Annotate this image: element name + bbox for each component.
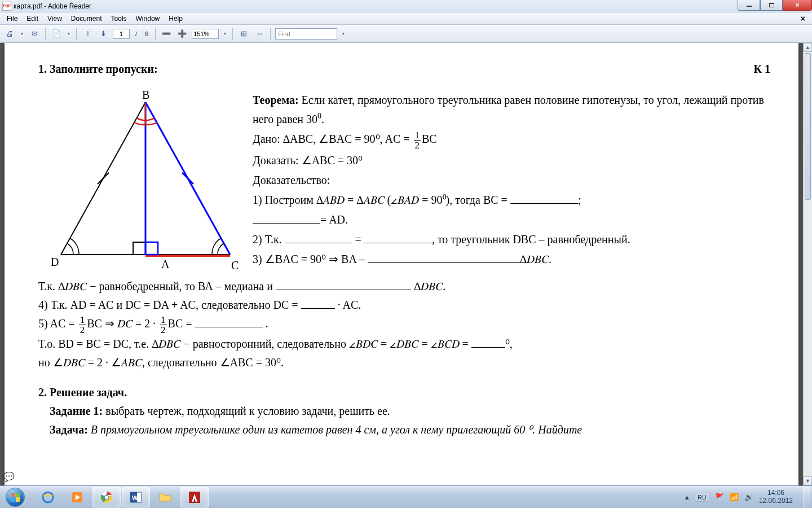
system-tray: ▴ RU 🚩 📶 🔊 14:06 12.06.2012 [685, 486, 812, 508]
tray-clock[interactable]: 14:06 12.06.2012 [759, 489, 795, 505]
taskbar-media-icon[interactable] [63, 487, 91, 507]
pdf-icon: PDF [2, 2, 11, 11]
taskbar-word-icon[interactable]: W [122, 487, 150, 507]
taskbar-ie-icon[interactable] [34, 487, 62, 507]
pdf-page: 1. Заполните пропуски: К 1 [5, 43, 798, 485]
svg-rect-5 [133, 242, 145, 255]
email-icon[interactable]: ✉ [28, 28, 41, 40]
menu-view[interactable]: View [43, 14, 67, 24]
pages-dropdown-icon[interactable]: ▾ [66, 31, 72, 36]
svg-line-7 [98, 173, 109, 184]
menu-close-document[interactable]: × [796, 14, 810, 23]
label-A: A [161, 258, 170, 270]
menubar: File Edit View Document Tools Window Hel… [0, 12, 812, 25]
fit-width-icon[interactable]: ↔ [253, 28, 266, 40]
svg-rect-6 [145, 242, 158, 255]
document-viewport[interactable]: 1. Заполните пропуски: К 1 [0, 43, 803, 485]
vertical-scrollbar[interactable]: ▲ ▼ [803, 43, 812, 485]
close-button[interactable]: × [783, 0, 812, 11]
taskbar-chrome-icon[interactable] [92, 487, 121, 507]
window-title: карта.pdf - Adobe Reader [14, 2, 91, 10]
pages-panel-icon[interactable]: 📄 [50, 28, 63, 40]
zoom-dropdown-icon[interactable]: ▾ [222, 31, 228, 36]
proof-text: Теорема: Если катет, прямоугольного треу… [253, 91, 770, 270]
find-input[interactable]: Find [275, 28, 337, 40]
tray-volume-icon[interactable]: 🔊 [744, 493, 753, 501]
scroll-down-icon[interactable]: ▼ [804, 476, 812, 485]
triangle-figure: B D A C [38, 91, 241, 277]
menu-help[interactable]: Help [164, 14, 187, 24]
menu-tools[interactable]: Tools [107, 14, 131, 24]
find-dropdown-icon[interactable]: ▾ [341, 31, 346, 36]
scroll-thumb[interactable] [805, 53, 811, 200]
print-icon[interactable]: 🖨 [3, 28, 16, 40]
tray-show-hidden-icon[interactable]: ▴ [685, 493, 689, 501]
label-C: C [231, 259, 239, 271]
taskbar-adobe-icon[interactable] [180, 487, 209, 507]
page-number-input[interactable]: 1 [113, 29, 130, 39]
zoom-out-icon[interactable]: ➖ [160, 28, 173, 40]
page-sep: / [135, 30, 137, 37]
prev-page-icon[interactable]: ⬆ [81, 28, 94, 40]
tray-network-icon[interactable]: 📶 [730, 493, 739, 501]
svg-text:W: W [132, 494, 138, 501]
window-buttons: × [738, 0, 812, 11]
menu-window[interactable]: Window [131, 14, 165, 24]
start-button[interactable] [0, 486, 30, 509]
label-D: D [51, 256, 59, 268]
label-B: B [142, 91, 149, 101]
menu-document[interactable]: Document [67, 14, 107, 24]
next-page-icon[interactable]: ⬇ [97, 28, 109, 40]
collaborate-icon[interactable]: 💬 [2, 471, 16, 482]
print-dropdown-icon[interactable]: ▾ [19, 31, 25, 36]
tray-flag-icon[interactable]: 🚩 [715, 493, 724, 501]
fit-page-icon[interactable]: ⊞ [237, 28, 250, 40]
tray-language[interactable]: RU [695, 493, 709, 502]
taskbar-explorer-icon[interactable] [151, 487, 179, 507]
menu-file[interactable]: File [2, 14, 22, 24]
toolbar: 🖨 ▾ ✉ 📄 ▾ ⬆ ⬇ 1 / 6 ➖ ➕ 151% ▾ ⊞ ↔ Find … [0, 25, 812, 43]
svg-line-8 [182, 173, 193, 184]
menu-edit[interactable]: Edit [22, 14, 43, 24]
maximize-button[interactable] [760, 0, 783, 11]
taskbar: W ▴ RU 🚩 📶 🔊 14:06 12.06.2012 [0, 485, 812, 508]
titlebar: PDF карта.pdf - Adobe Reader × [0, 0, 812, 12]
page-total: 6 [145, 30, 148, 37]
minimize-button[interactable] [738, 0, 760, 11]
svg-point-10 [43, 492, 53, 502]
show-desktop-button[interactable] [803, 487, 810, 508]
svg-point-15 [105, 496, 108, 499]
variant-label: К 1 [753, 60, 770, 78]
section-heading: 1. Заполните пропуски: [38, 60, 158, 78]
scroll-up-icon[interactable]: ▲ [804, 43, 812, 52]
zoom-in-icon[interactable]: ➕ [176, 28, 188, 40]
zoom-input[interactable]: 151% [192, 29, 219, 39]
